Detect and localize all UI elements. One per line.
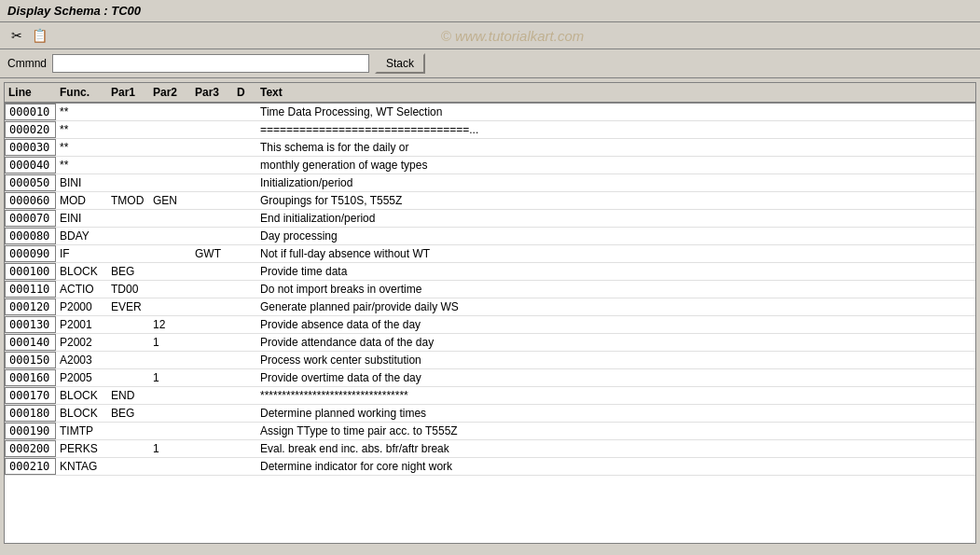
col-func: ** bbox=[56, 104, 107, 120]
col-line: 000110 bbox=[5, 281, 56, 298]
col-text: Initialization/period bbox=[256, 174, 975, 191]
col-par1 bbox=[107, 174, 149, 191]
scissors-icon[interactable]: ✂ bbox=[7, 26, 26, 45]
col-func: ** bbox=[56, 121, 107, 138]
col-par3 bbox=[191, 316, 233, 333]
col-par3 bbox=[191, 228, 233, 244]
col-par3 bbox=[191, 104, 233, 120]
col-par2: GEN bbox=[149, 192, 191, 209]
command-bar: Cmmnd Stack bbox=[0, 49, 980, 78]
col-func: ** bbox=[56, 139, 107, 156]
col-line: 000050 bbox=[5, 174, 56, 191]
col-par1: END bbox=[107, 387, 149, 404]
col-par2: 12 bbox=[149, 316, 191, 333]
col-line: 000090 bbox=[5, 245, 56, 262]
col-func: BINI bbox=[56, 174, 107, 191]
col-d bbox=[233, 387, 256, 404]
table-row[interactable]: 000100BLOCKBEGProvide time data bbox=[5, 263, 975, 281]
col-line: 000030 bbox=[5, 139, 56, 156]
col-line: 000010 bbox=[5, 104, 56, 120]
table-row[interactable]: 000180BLOCKBEGDetermine planned working … bbox=[5, 405, 975, 423]
col-text: ********************************** bbox=[256, 387, 975, 404]
table-row[interactable]: 000150A2003Process work center substitut… bbox=[5, 352, 975, 369]
col-par2 bbox=[149, 281, 191, 298]
col-d bbox=[233, 423, 256, 439]
col-par1 bbox=[107, 352, 149, 368]
col-par2 bbox=[149, 228, 191, 244]
table-row[interactable]: 000010**Time Data Processing, WT Selecti… bbox=[5, 104, 975, 121]
table-row[interactable]: 000040**monthly generation of wage types bbox=[5, 157, 975, 174]
table-row[interactable]: 000110ACTIOTD00Do not import breaks in o… bbox=[5, 281, 975, 298]
col-d bbox=[233, 192, 256, 209]
col-line: 000140 bbox=[5, 334, 56, 351]
command-label: Cmmnd bbox=[7, 57, 47, 70]
col-text: ================================... bbox=[256, 121, 975, 138]
col-par3 bbox=[191, 210, 233, 227]
col-d bbox=[233, 352, 256, 368]
col-par2 bbox=[149, 210, 191, 227]
col-par2 bbox=[149, 174, 191, 191]
col-func: MOD bbox=[56, 192, 107, 209]
col-par3 bbox=[191, 281, 233, 298]
col-line: 000020 bbox=[5, 121, 56, 138]
col-func: BLOCK bbox=[56, 387, 107, 404]
col-line: 000070 bbox=[5, 210, 56, 227]
header-par1: Par1 bbox=[107, 85, 149, 100]
table-row[interactable]: 000070EINIEnd initialization/period bbox=[5, 210, 975, 228]
col-line: 000190 bbox=[5, 423, 56, 439]
header-func: Func. bbox=[56, 85, 107, 100]
col-func: IF bbox=[56, 245, 107, 262]
col-line: 000200 bbox=[5, 440, 56, 457]
col-func: ** bbox=[56, 157, 107, 173]
col-func: P2000 bbox=[56, 298, 107, 315]
col-text: Time Data Processing, WT Selection bbox=[256, 104, 975, 120]
col-par1 bbox=[107, 316, 149, 333]
table-row[interactable]: 000080BDAYDay processing bbox=[5, 228, 975, 245]
table-row[interactable]: 000030**This schema is for the daily or bbox=[5, 139, 975, 157]
table-row[interactable]: 000200PERKS1Eval. break end inc. abs. bf… bbox=[5, 440, 975, 458]
col-par1 bbox=[107, 104, 149, 120]
table-row[interactable]: 000190TIMTPAssign TType to time pair acc… bbox=[5, 423, 975, 440]
table-row[interactable]: 000130P200112Provide absence data of the… bbox=[5, 316, 975, 334]
col-d bbox=[233, 228, 256, 244]
stack-button[interactable]: Stack bbox=[375, 53, 425, 74]
col-line: 000210 bbox=[5, 458, 56, 475]
header-text: Text bbox=[256, 85, 975, 100]
table-row[interactable]: 000210KNTAGDetermine indicator for core … bbox=[5, 458, 975, 476]
col-d bbox=[233, 440, 256, 457]
col-func: A2003 bbox=[56, 352, 107, 368]
header-line: Line bbox=[5, 85, 56, 100]
table-row[interactable]: 000140P20021Provide attendance data of t… bbox=[5, 334, 975, 352]
title-bar: Display Schema : TC00 bbox=[0, 0, 980, 22]
col-par2 bbox=[149, 139, 191, 156]
col-d bbox=[233, 157, 256, 173]
table-row[interactable]: 000160P20051Provide overtime data of the… bbox=[5, 369, 975, 387]
toolbar: ✂ 📋 © www.tutorialkart.com bbox=[0, 22, 980, 49]
table-row[interactable]: 000050BINIInitialization/period bbox=[5, 174, 975, 192]
col-par1 bbox=[107, 245, 149, 262]
col-text: Generate planned pair/provide daily WS bbox=[256, 298, 975, 315]
col-par2 bbox=[149, 121, 191, 138]
table-body: 000010**Time Data Processing, WT Selecti… bbox=[5, 104, 975, 476]
col-d bbox=[233, 405, 256, 422]
col-par1 bbox=[107, 210, 149, 227]
col-par3 bbox=[191, 387, 233, 404]
col-text: Provide time data bbox=[256, 263, 975, 280]
table-row[interactable]: 000120P2000EVERGenerate planned pair/pro… bbox=[5, 298, 975, 316]
col-func: TIMTP bbox=[56, 423, 107, 439]
table-row[interactable]: 000170BLOCKEND**************************… bbox=[5, 387, 975, 405]
col-line: 000150 bbox=[5, 352, 56, 368]
col-text: Process work center substitution bbox=[256, 352, 975, 368]
col-par2 bbox=[149, 423, 191, 439]
col-par3 bbox=[191, 298, 233, 315]
table-row[interactable]: 000020**================================… bbox=[5, 121, 975, 139]
table-row[interactable]: 000090IFGWTNot if full-day absence witho… bbox=[5, 245, 975, 263]
clipboard-icon[interactable]: 📋 bbox=[30, 26, 48, 45]
command-input[interactable] bbox=[52, 54, 369, 73]
col-par1: BEG bbox=[107, 405, 149, 422]
col-par3 bbox=[191, 352, 233, 368]
table-row[interactable]: 000060MODTMODGENGroupings for T510S, T55… bbox=[5, 192, 975, 210]
col-d bbox=[233, 210, 256, 227]
col-func: P2001 bbox=[56, 316, 107, 333]
col-par1 bbox=[107, 121, 149, 138]
